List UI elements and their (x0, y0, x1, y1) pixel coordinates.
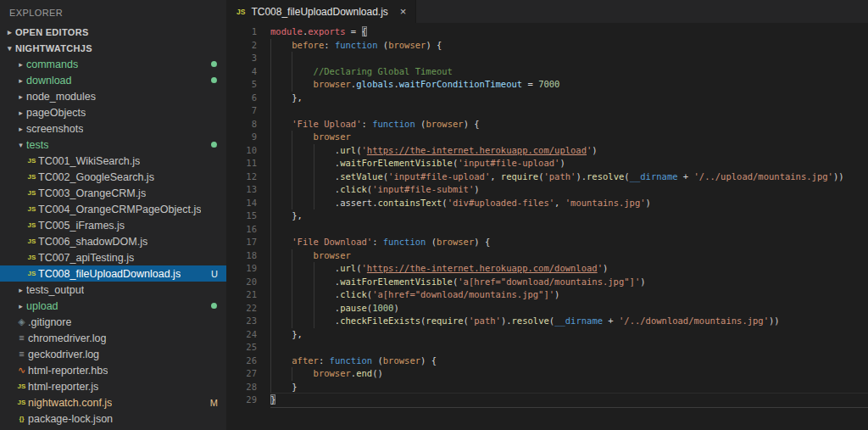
code-token: require (426, 316, 463, 326)
folder-node-modules[interactable]: ▸node_modules (0, 88, 226, 104)
file-tc008-fileuploaddownload-js[interactable]: JSTC008_fileUploadDownload.jsU (0, 265, 226, 282)
code-line-11[interactable]: 11 .waitForElementVisible('input#file-up… (226, 157, 868, 170)
code-token: function (330, 355, 373, 366)
git-status-dot (211, 61, 217, 67)
file-tc004-orangecrmpageobject-js[interactable]: JSTC004_OrangeCRMPageObject.js (0, 201, 226, 217)
code-line-13[interactable]: 13 .click('input#file-submit') (226, 183, 868, 197)
indent-guide (270, 209, 271, 223)
code-token: ). (501, 316, 512, 326)
item-label: tests_output (26, 284, 84, 296)
code-line-14[interactable]: 14 .assert.containsText('div#uploaded-fi… (226, 197, 868, 210)
folder-upload[interactable]: ▸upload (0, 298, 226, 314)
code-token: browser (314, 368, 351, 378)
folder-commands[interactable]: ▸commands (0, 56, 226, 72)
code-line-18[interactable]: 18 browser (226, 249, 868, 263)
line-content: .click('input#file-submit') (270, 183, 868, 197)
code-line-22[interactable]: 22 .pause(1000) (226, 302, 868, 316)
item-label: download (26, 75, 72, 87)
file-tc005-iframes-js[interactable]: JSTC005_iFrames.js (0, 217, 226, 233)
chevron-right-icon[interactable]: ▸ (15, 109, 26, 117)
code-line-1[interactable]: 1module.exports = { (226, 25, 868, 39)
indent-guide (270, 104, 271, 118)
chevron-down-icon[interactable]: ▾ (4, 44, 15, 53)
tab-tc008-fileuploaddownload[interactable]: JS TC008_fileUploadDownload.js × (226, 0, 416, 23)
item-label: package-lock.json (28, 413, 113, 425)
close-icon[interactable]: × (400, 6, 407, 17)
code-line-7[interactable]: 7 (226, 104, 868, 118)
code-line-26[interactable]: 26 after: function (browser) { (226, 355, 868, 368)
file-geckodriver-log[interactable]: ≡geckodriver.log (0, 346, 226, 362)
file-nightwatch-conf-js[interactable]: JSnightwatch.conf.jsM (0, 394, 226, 410)
code-token: ) { (464, 119, 480, 129)
code-token: url (340, 263, 356, 273)
code-line-3[interactable]: 3 (226, 52, 868, 65)
code-line-23[interactable]: 23 .checkFileExists(require('path').reso… (226, 315, 868, 328)
code-line-28[interactable]: 28 } (226, 381, 868, 394)
code-token: browser (314, 250, 351, 260)
chevron-right-icon[interactable]: ▸ (15, 286, 26, 294)
indent-guide (270, 276, 271, 289)
code-line-25[interactable]: 25 (226, 341, 868, 355)
chevron-down-icon[interactable]: ▾ (15, 141, 26, 149)
file-tc001-wikisearch-js[interactable]: JSTC001_WikiSearch.js (0, 153, 226, 169)
file-tc003-orangecrm-js[interactable]: JSTC003_OrangeCRM.js (0, 185, 226, 201)
section-open-editors[interactable]: ▸OPEN EDITORS (0, 24, 226, 40)
code-line-2[interactable]: 2 before: function (browser) { (226, 39, 868, 53)
file-html-reporter-hbs[interactable]: ∿html-reporter.hbs (0, 362, 226, 378)
indent-guide (270, 236, 271, 249)
file-tc007-apitesting-js[interactable]: JSTC007_apiTesting.js (0, 249, 226, 265)
code-token: globals (356, 79, 393, 89)
file-chromedriver-log[interactable]: ≡chromedriver.log (0, 330, 226, 346)
code-token: //Declaring Global Timeout (270, 66, 453, 76)
code-line-27[interactable]: 27 browser.end() (226, 367, 868, 381)
folder-pageobjects[interactable]: ▸pageObjects (0, 104, 226, 120)
code-line-19[interactable]: 19 .url('https://the-internet.herokuapp.… (226, 262, 868, 276)
code-line-10[interactable]: 10 .url('https://the-internet.herokuapp.… (226, 144, 868, 158)
code-line-15[interactable]: 15 }, (226, 209, 868, 223)
indent-guide (292, 288, 292, 302)
code-line-5[interactable]: 5 browser.globals.waitForConditionTimeou… (226, 78, 868, 92)
code-token: ( (377, 40, 388, 50)
code-token: . (270, 158, 340, 168)
chevron-right-icon[interactable]: ▸ (4, 28, 15, 36)
file-html-reporter-js[interactable]: JShtml-reporter.js (0, 378, 226, 394)
file-tc002-googlesearch-js[interactable]: JSTC002_GoogleSearch.js (0, 169, 226, 185)
code-token: 'input#file-upload' (388, 171, 490, 181)
folder-download[interactable]: ▸download (0, 72, 226, 88)
code-line-21[interactable]: 21 .click('a[href="download/mountains.jp… (226, 288, 868, 302)
code-line-20[interactable]: 20 .waitForElementVisible('a[href="downl… (226, 276, 868, 289)
section-nightwatchjs[interactable]: ▾NIGHTWATCHJS (0, 40, 226, 56)
indent-guide (292, 144, 292, 158)
line-number: 23 (226, 315, 257, 328)
file-package-lock-json[interactable]: {}package-lock.json (0, 410, 226, 427)
code-token: 7000 (538, 79, 559, 89)
code-line-12[interactable]: 12 .setValue('input#file-upload', requir… (226, 170, 868, 184)
code-token: waitForElementVisible (340, 158, 453, 168)
chevron-right-icon[interactable]: ▸ (15, 92, 26, 101)
code-token: browser (383, 355, 420, 366)
file-gitignore[interactable]: ◈.gitignore (0, 314, 226, 330)
line-content: .waitForElementVisible('input#file-uploa… (270, 157, 868, 170)
code-editor[interactable]: 1module.exports = {2 before: function (b… (226, 23, 868, 430)
code-line-29[interactable]: 29} (226, 394, 868, 407)
folder-tests[interactable]: ▾tests (0, 137, 226, 153)
folder-tests-output[interactable]: ▸tests_output (0, 282, 226, 298)
code-line-24[interactable]: 24 }, (226, 328, 868, 342)
code-token: '/../upload/mountains.jpg' (694, 171, 833, 181)
code-token: . (270, 263, 340, 273)
file-tc006-shadowdom-js[interactable]: JSTC006_shadowDOM.js (0, 233, 226, 249)
line-content: .pause(1000) (270, 302, 868, 316)
chevron-right-icon[interactable]: ▸ (15, 302, 26, 310)
line-content: }, (270, 209, 868, 223)
folder-screenshots[interactable]: ▸screenshots (0, 120, 226, 137)
code-line-4[interactable]: 4 //Declaring Global Timeout (226, 65, 868, 79)
chevron-right-icon[interactable]: ▸ (15, 76, 26, 85)
code-line-16[interactable]: 16 (226, 223, 868, 237)
chevron-right-icon[interactable]: ▸ (15, 125, 26, 133)
code-line-6[interactable]: 6 }, (226, 92, 868, 105)
chevron-right-icon[interactable]: ▸ (15, 60, 26, 69)
line-number: 22 (226, 302, 257, 316)
code-line-17[interactable]: 17 'File Download': function (browser) { (226, 236, 868, 249)
code-line-8[interactable]: 8 'File Upload': function (browser) { (226, 118, 868, 131)
code-line-9[interactable]: 9 browser (226, 131, 868, 144)
